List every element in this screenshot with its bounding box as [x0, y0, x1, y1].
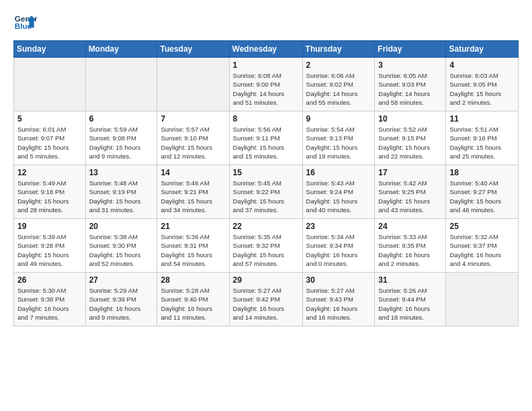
calendar-cell: 2Sunrise: 6:06 AM Sunset: 9:02 PM Daylig…	[302, 58, 375, 111]
week-row-1: 1Sunrise: 6:08 AM Sunset: 9:00 PM Daylig…	[14, 58, 519, 111]
day-info: Sunrise: 5:27 AM Sunset: 9:43 PM Dayligh…	[306, 286, 371, 322]
calendar-cell: 20Sunrise: 5:38 AM Sunset: 9:30 PM Dayli…	[85, 219, 157, 273]
weekday-header-monday: Monday	[85, 41, 157, 58]
day-number: 11	[449, 114, 515, 124]
day-info: Sunrise: 5:34 AM Sunset: 9:34 PM Dayligh…	[306, 232, 371, 268]
calendar-cell: 30Sunrise: 5:27 AM Sunset: 9:43 PM Dayli…	[302, 273, 375, 326]
day-info: Sunrise: 6:01 AM Sunset: 9:07 PM Dayligh…	[17, 125, 82, 161]
calendar-cell	[14, 58, 86, 111]
day-info: Sunrise: 5:39 AM Sunset: 9:28 PM Dayligh…	[17, 232, 82, 268]
page: General Blue SundayMondayTuesdayWednesda…	[0, 0, 532, 411]
day-number: 10	[378, 114, 442, 124]
day-info: Sunrise: 6:05 AM Sunset: 9:03 PM Dayligh…	[378, 71, 442, 107]
day-number: 27	[89, 275, 154, 285]
day-info: Sunrise: 5:45 AM Sunset: 9:22 PM Dayligh…	[233, 179, 299, 214]
day-info: Sunrise: 5:26 AM Sunset: 9:44 PM Dayligh…	[378, 286, 442, 322]
calendar-cell: 1Sunrise: 6:08 AM Sunset: 9:00 PM Daylig…	[229, 58, 302, 111]
calendar-cell: 16Sunrise: 5:43 AM Sunset: 9:24 PM Dayli…	[302, 165, 375, 219]
day-number: 24	[378, 222, 442, 231]
calendar-cell: 26Sunrise: 5:30 AM Sunset: 9:38 PM Dayli…	[14, 273, 86, 326]
calendar-cell: 18Sunrise: 5:40 AM Sunset: 9:27 PM Dayli…	[446, 165, 519, 219]
calendar-cell: 6Sunrise: 5:59 AM Sunset: 9:08 PM Daylig…	[85, 111, 157, 165]
day-number: 4	[449, 60, 515, 70]
day-number: 9	[306, 114, 371, 124]
day-info: Sunrise: 5:38 AM Sunset: 9:30 PM Dayligh…	[89, 232, 154, 268]
day-number: 8	[233, 114, 299, 124]
calendar-cell: 21Sunrise: 5:36 AM Sunset: 9:31 PM Dayli…	[157, 219, 229, 273]
day-number: 14	[161, 168, 225, 177]
weekday-header-wednesday: Wednesday	[229, 41, 302, 58]
calendar-cell: 23Sunrise: 5:34 AM Sunset: 9:34 PM Dayli…	[302, 219, 375, 273]
calendar-cell: 11Sunrise: 5:51 AM Sunset: 9:16 PM Dayli…	[446, 111, 519, 165]
day-number: 18	[449, 168, 515, 177]
day-info: Sunrise: 5:32 AM Sunset: 9:37 PM Dayligh…	[449, 232, 515, 268]
calendar-cell: 27Sunrise: 5:29 AM Sunset: 9:39 PM Dayli…	[85, 273, 157, 326]
day-number: 7	[161, 114, 225, 124]
week-row-4: 19Sunrise: 5:39 AM Sunset: 9:28 PM Dayli…	[14, 219, 519, 273]
day-info: Sunrise: 6:03 AM Sunset: 9:05 PM Dayligh…	[449, 71, 515, 107]
week-row-2: 5Sunrise: 6:01 AM Sunset: 9:07 PM Daylig…	[14, 111, 519, 165]
calendar-cell: 31Sunrise: 5:26 AM Sunset: 9:44 PM Dayli…	[375, 273, 446, 326]
header: General Blue	[13, 11, 519, 35]
calendar-cell: 10Sunrise: 5:52 AM Sunset: 9:15 PM Dayli…	[375, 111, 446, 165]
logo: General Blue	[13, 11, 38, 35]
day-info: Sunrise: 5:42 AM Sunset: 9:25 PM Dayligh…	[378, 179, 442, 214]
day-number: 22	[233, 222, 299, 231]
weekday-header-friday: Friday	[375, 41, 446, 58]
calendar-cell: 13Sunrise: 5:48 AM Sunset: 9:19 PM Dayli…	[85, 165, 157, 219]
day-number: 6	[89, 114, 154, 124]
day-number: 21	[161, 222, 225, 231]
calendar-cell	[157, 58, 229, 111]
calendar-cell: 8Sunrise: 5:56 AM Sunset: 9:11 PM Daylig…	[229, 111, 302, 165]
day-number: 5	[17, 114, 82, 124]
day-info: Sunrise: 5:48 AM Sunset: 9:19 PM Dayligh…	[89, 179, 154, 214]
day-info: Sunrise: 6:06 AM Sunset: 9:02 PM Dayligh…	[306, 71, 371, 107]
day-number: 3	[378, 60, 442, 70]
calendar-cell: 4Sunrise: 6:03 AM Sunset: 9:05 PM Daylig…	[446, 58, 519, 111]
day-info: Sunrise: 5:54 AM Sunset: 9:13 PM Dayligh…	[306, 125, 371, 161]
calendar-cell: 28Sunrise: 5:28 AM Sunset: 9:40 PM Dayli…	[157, 273, 229, 326]
calendar-cell: 15Sunrise: 5:45 AM Sunset: 9:22 PM Dayli…	[229, 165, 302, 219]
weekday-header-saturday: Saturday	[446, 41, 519, 58]
day-number: 2	[306, 60, 371, 70]
day-number: 17	[378, 168, 442, 177]
calendar-cell: 29Sunrise: 5:27 AM Sunset: 9:42 PM Dayli…	[229, 273, 302, 326]
day-info: Sunrise: 5:28 AM Sunset: 9:40 PM Dayligh…	[161, 286, 225, 322]
calendar-cell: 3Sunrise: 6:05 AM Sunset: 9:03 PM Daylig…	[375, 58, 446, 111]
day-number: 29	[233, 275, 299, 285]
logo-icon: General Blue	[13, 11, 38, 35]
day-info: Sunrise: 5:40 AM Sunset: 9:27 PM Dayligh…	[449, 179, 515, 214]
day-number: 16	[306, 168, 371, 177]
calendar-cell: 17Sunrise: 5:42 AM Sunset: 9:25 PM Dayli…	[375, 165, 446, 219]
week-row-5: 26Sunrise: 5:30 AM Sunset: 9:38 PM Dayli…	[14, 273, 519, 326]
day-number: 20	[89, 222, 154, 231]
calendar-cell: 19Sunrise: 5:39 AM Sunset: 9:28 PM Dayli…	[14, 219, 86, 273]
day-number: 31	[378, 275, 442, 285]
calendar-cell	[446, 273, 519, 326]
day-info: Sunrise: 5:49 AM Sunset: 9:18 PM Dayligh…	[17, 179, 82, 214]
day-number: 13	[89, 168, 154, 177]
day-info: Sunrise: 5:30 AM Sunset: 9:38 PM Dayligh…	[17, 286, 82, 322]
weekday-header-thursday: Thursday	[302, 41, 375, 58]
day-info: Sunrise: 5:59 AM Sunset: 9:08 PM Dayligh…	[89, 125, 154, 161]
weekday-header-tuesday: Tuesday	[157, 41, 229, 58]
day-info: Sunrise: 5:51 AM Sunset: 9:16 PM Dayligh…	[449, 125, 515, 161]
calendar-cell: 22Sunrise: 5:35 AM Sunset: 9:32 PM Dayli…	[229, 219, 302, 273]
calendar-cell: 25Sunrise: 5:32 AM Sunset: 9:37 PM Dayli…	[446, 219, 519, 273]
day-number: 26	[17, 275, 82, 285]
day-info: Sunrise: 5:33 AM Sunset: 9:35 PM Dayligh…	[378, 232, 442, 268]
day-number: 12	[17, 168, 82, 177]
day-info: Sunrise: 6:08 AM Sunset: 9:00 PM Dayligh…	[233, 71, 299, 107]
day-number: 30	[306, 275, 371, 285]
day-info: Sunrise: 5:52 AM Sunset: 9:15 PM Dayligh…	[378, 125, 442, 161]
day-number: 25	[449, 222, 515, 231]
weekday-header-row: SundayMondayTuesdayWednesdayThursdayFrid…	[14, 41, 519, 58]
day-info: Sunrise: 5:29 AM Sunset: 9:39 PM Dayligh…	[89, 286, 154, 322]
day-info: Sunrise: 5:43 AM Sunset: 9:24 PM Dayligh…	[306, 179, 371, 214]
day-number: 28	[161, 275, 225, 285]
day-number: 23	[306, 222, 371, 231]
calendar-cell: 5Sunrise: 6:01 AM Sunset: 9:07 PM Daylig…	[14, 111, 86, 165]
day-info: Sunrise: 5:36 AM Sunset: 9:31 PM Dayligh…	[161, 232, 225, 268]
calendar-cell: 24Sunrise: 5:33 AM Sunset: 9:35 PM Dayli…	[375, 219, 446, 273]
day-info: Sunrise: 5:46 AM Sunset: 9:21 PM Dayligh…	[161, 179, 225, 214]
